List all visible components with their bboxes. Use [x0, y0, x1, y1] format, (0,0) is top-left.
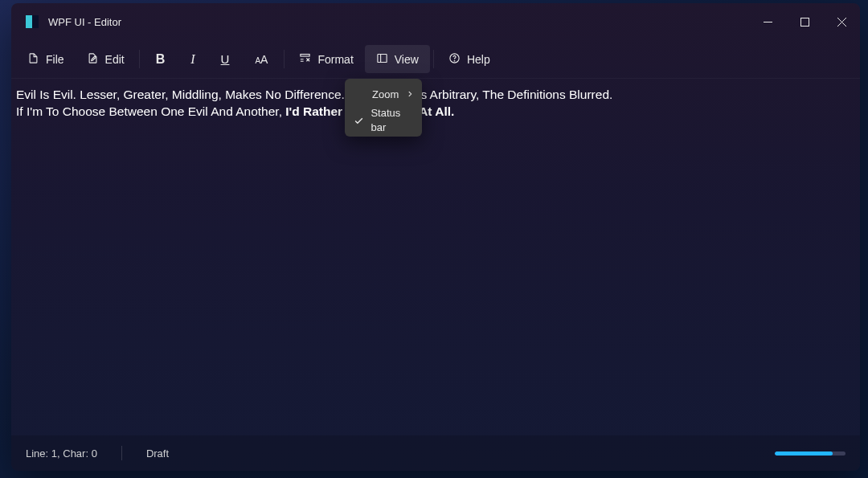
file-menu[interactable]: File: [16, 40, 76, 78]
chevron-right-icon: [406, 88, 414, 102]
close-button[interactable]: [823, 3, 860, 40]
statusbar-separator: [121, 446, 122, 460]
font-button[interactable]: AA: [242, 40, 280, 78]
editor-content[interactable]: Evil Is Evil. Lesser, Greater, Middling,…: [11, 79, 860, 435]
svg-point-8: [454, 60, 455, 61]
italic-button[interactable]: I: [178, 40, 207, 78]
editor-window: WPF UI - Editor File Edit: [11, 3, 860, 471]
check-icon: [353, 116, 364, 126]
statusbar: Line: 1, Char: 0 Draft: [11, 435, 860, 471]
bold-icon: B: [156, 52, 166, 67]
help-menu[interactable]: Help: [437, 40, 502, 78]
view-dropdown: Zoom Status bar: [345, 79, 422, 137]
toolbar-separator: [284, 50, 285, 68]
edit-label: Edit: [105, 53, 125, 66]
bold-button[interactable]: B: [143, 40, 178, 78]
edit-menu[interactable]: Edit: [76, 40, 136, 78]
zoom-menu-item[interactable]: Zoom: [345, 82, 422, 108]
italic-icon: I: [190, 52, 194, 67]
help-icon: [448, 52, 461, 67]
statusbar-label: Status bar: [371, 106, 414, 134]
content-line: If I'm To Choose Between One Evil And An…: [16, 104, 855, 121]
cursor-position: Line: 1, Char: 0: [26, 447, 97, 460]
toolbar-separator: [433, 50, 434, 68]
toolbar: File Edit B I U AA Format: [11, 40, 860, 79]
underline-button[interactable]: U: [208, 40, 243, 78]
font-icon: AA: [255, 53, 268, 66]
progress-bar: [775, 451, 845, 456]
format-icon: [299, 52, 311, 67]
window-title: WPF UI - Editor: [48, 16, 121, 28]
maximize-button[interactable]: [786, 3, 823, 40]
svg-rect-1: [800, 18, 809, 26]
underline-icon: U: [221, 52, 230, 66]
content-line: Evil Is Evil. Lesser, Greater, Middling,…: [16, 87, 855, 104]
window-controls: [749, 3, 860, 40]
app-icon: [26, 15, 39, 28]
toolbar-separator: [139, 50, 140, 68]
view-icon: [376, 52, 388, 67]
edit-icon: [87, 52, 99, 67]
file-label: File: [46, 53, 64, 66]
file-icon: [27, 52, 39, 67]
format-label: Format: [317, 53, 353, 66]
format-menu[interactable]: Format: [288, 40, 364, 78]
minimize-button[interactable]: [749, 3, 786, 40]
document-state: Draft: [146, 447, 169, 460]
svg-rect-4: [301, 54, 309, 56]
view-label: View: [395, 53, 419, 66]
progress-fill: [775, 451, 833, 456]
statusbar-menu-item[interactable]: Status bar: [345, 108, 422, 133]
help-label: Help: [467, 53, 490, 66]
svg-rect-5: [378, 54, 387, 62]
view-menu[interactable]: View: [365, 45, 430, 73]
zoom-label: Zoom: [372, 88, 399, 102]
titlebar: WPF UI - Editor: [11, 3, 860, 40]
